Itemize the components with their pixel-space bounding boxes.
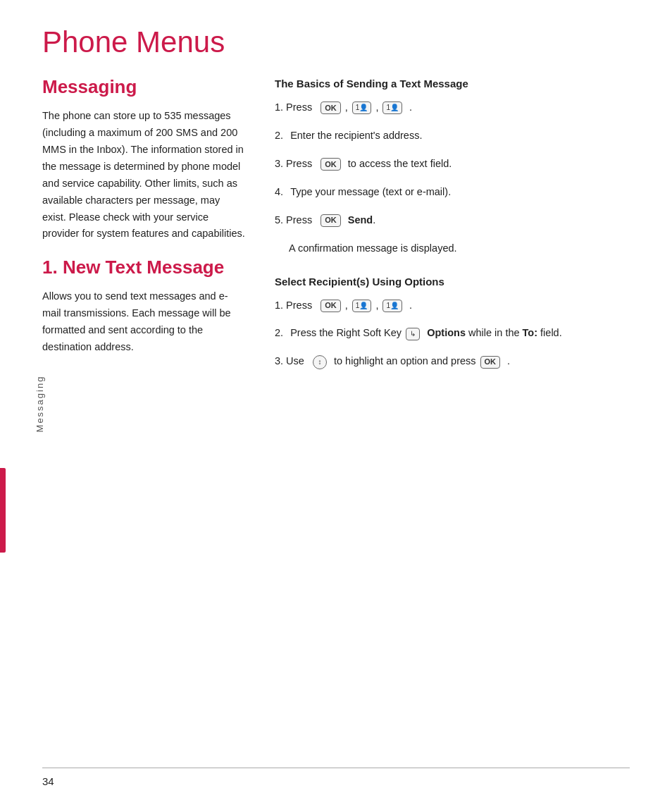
sidebar-bar [0,468,6,553]
person-button-icon-1b: 1👤 [382,101,402,114]
ok-button-icon-5: OK [321,214,341,227]
ok-button-icon-1: OK [321,101,341,114]
step-select-2: 2. Press the Right Soft Key ↳ Options wh… [275,325,630,342]
step-select-1: 1. Press OK , 1👤 , 1👤 . [275,297,630,314]
page-number: 34 [42,775,54,787]
left-column: Messaging The phone can store up to 535 … [42,76,247,381]
person-button-icon-s1b: 1👤 [382,300,402,312]
basics-heading: The Basics of Sending a Text Message [275,76,630,91]
to-field-label: To: [523,327,537,338]
send-label: Send [348,214,373,226]
ok-button-icon-3: OK [321,158,341,171]
new-text-message-body: Allows you to send text messages and e-m… [42,288,247,356]
step-select-3: 3. Use ↕ to highlight an option and pres… [275,353,630,370]
sidebar-tab: Messaging [0,0,31,807]
messaging-heading: Messaging [42,76,247,98]
page-title: Phone Menus [0,0,672,76]
sidebar-label: Messaging [35,375,45,432]
options-label: Options [427,327,466,338]
confirmation-note: A confirmation message is displayed. [289,240,630,257]
right-column: The Basics of Sending a Text Message 1. … [275,76,630,381]
step-basics-2: 2. Enter the recipient's address. [275,128,630,144]
new-text-message-heading: 1. New Text Message [42,257,247,278]
page-container: Messaging Phone Menus Messaging The phon… [0,0,672,807]
rsk-icon: ↳ [406,328,420,340]
step-basics-4: 4. Type your message (text or e-mail). [275,184,630,201]
nav-icon: ↕ [313,355,327,369]
step-basics-1: 1. Press OK , 1👤 , 1👤 . [275,99,630,116]
step-basics-5: 5. Press OK Send. [275,212,630,229]
person-button-icon-1a: 1👤 [352,101,372,114]
select-heading: Select Recipient(s) Using Options [275,274,630,289]
step-basics-3: 3. Press OK to access the text field. [275,156,630,173]
footer: 34 [42,768,630,787]
content-area: Messaging The phone can store up to 535 … [0,76,672,381]
ok-button-icon-s3: OK [480,356,501,369]
ok-button-icon-s1: OK [321,300,341,312]
messaging-intro: The phone can store up to 535 messages (… [42,108,247,242]
person-button-icon-s1a: 1👤 [352,300,372,312]
